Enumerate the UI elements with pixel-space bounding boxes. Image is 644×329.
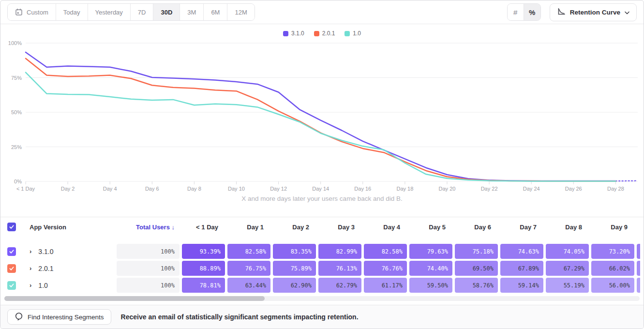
range-button-3m[interactable]: 3M	[180, 4, 204, 20]
chart-type-dropdown[interactable]: Retention Curve	[550, 3, 637, 21]
chart-canvas[interactable]: 0%25%50%75%100%< 1 DayDay 2Day 4Day 6Day…	[0, 24, 644, 194]
retention-cell[interactable]: 73.20%	[591, 244, 634, 259]
retention-cell[interactable]: 59.50%	[409, 278, 452, 293]
retention-report: CustomTodayYesterday7D30D3M6M12M #% Rete…	[0, 0, 644, 329]
retention-chart: 0%25%50%75%100%< 1 DayDay 2Day 4Day 6Day…	[0, 24, 644, 194]
toolbar-right: #% Retention Curve	[507, 3, 637, 21]
row-checkbox[interactable]	[7, 247, 16, 256]
retention-cell-clipped[interactable]	[637, 278, 640, 293]
horizontal-scrollbar-track[interactable]	[4, 296, 640, 301]
legend-label: 1.0	[353, 30, 361, 37]
svg-text:Day 20: Day 20	[439, 186, 456, 192]
version-cell: ›2.0.1	[30, 265, 117, 272]
retention-cell[interactable]: 67.29%	[546, 261, 589, 276]
day-header: Day 3	[316, 224, 359, 231]
legend-swatch	[283, 31, 288, 36]
find-interesting-segments-button[interactable]: Find Interesting Segments	[7, 309, 111, 325]
expand-chevron-icon[interactable]: ›	[30, 248, 31, 254]
legend-swatch	[344, 31, 350, 36]
svg-text:Day 14: Day 14	[312, 186, 329, 192]
svg-text:Day 6: Day 6	[145, 186, 159, 192]
total-users-cell: 100%	[117, 244, 180, 259]
legend-item-1.0[interactable]: 1.0	[344, 30, 361, 37]
retention-cell[interactable]: 82.58%	[364, 244, 407, 259]
retention-cell[interactable]: 75.18%	[455, 244, 498, 259]
table-header-row: App Version Total Users ↓ < 1 DayDay 1Da…	[0, 217, 644, 237]
retention-curve-icon	[557, 7, 566, 17]
retention-cell[interactable]: 62.90%	[273, 278, 316, 293]
select-all-cell	[0, 223, 30, 231]
svg-text:Day 24: Day 24	[523, 186, 540, 192]
retention-cell[interactable]: 66.02%	[591, 261, 634, 276]
total-users-header[interactable]: Total Users ↓	[117, 224, 180, 231]
svg-text:Day 26: Day 26	[565, 186, 582, 192]
legend-item-3.1.0[interactable]: 3.1.0	[283, 30, 304, 37]
day-header: < 1 Day	[180, 224, 223, 231]
retention-cell[interactable]: 82.99%	[318, 244, 361, 259]
percent-mode-button[interactable]: %	[524, 4, 540, 20]
row-checkbox[interactable]	[7, 281, 16, 290]
day-headers: < 1 DayDay 1Day 2Day 3Day 4Day 5Day 6Day…	[180, 224, 634, 231]
retention-cell[interactable]: 79.63%	[409, 244, 452, 259]
legend-label: 3.1.0	[291, 30, 304, 37]
retention-cell[interactable]: 67.89%	[500, 261, 543, 276]
legend-label: 2.0.1	[322, 30, 335, 37]
expand-chevron-icon[interactable]: ›	[30, 265, 31, 271]
total-users-cell: 100%	[117, 261, 180, 276]
svg-text:Day 10: Day 10	[228, 186, 245, 192]
range-button-7d[interactable]: 7D	[131, 4, 154, 20]
day-header: Day 9	[589, 224, 632, 231]
expand-chevron-icon[interactable]: ›	[30, 282, 31, 288]
retention-cell[interactable]: 88.89%	[182, 261, 225, 276]
svg-text:Day 2: Day 2	[61, 186, 75, 192]
chart-legend: 3.1.02.0.11.0	[0, 30, 644, 37]
retention-cell[interactable]: 56.00%	[591, 278, 634, 293]
svg-text:< 1 Day: < 1 Day	[16, 186, 35, 192]
retention-cell[interactable]: 59.14%	[500, 278, 543, 293]
value-mode-toggle: #%	[507, 3, 541, 21]
retention-cell[interactable]: 61.17%	[364, 278, 407, 293]
calendar-icon	[15, 8, 23, 16]
retention-cell[interactable]: 93.39%	[182, 244, 225, 259]
row-checkbox[interactable]	[7, 264, 16, 273]
retention-cell[interactable]: 74.40%	[409, 261, 452, 276]
version-header: App Version	[30, 224, 66, 231]
range-button-30d[interactable]: 30D	[153, 4, 180, 20]
range-button-today[interactable]: Today	[56, 4, 88, 20]
retention-cell[interactable]: 62.79%	[318, 278, 361, 293]
footer-bar: Find Interesting Segments Receive an ema…	[0, 305, 644, 329]
select-all-checkbox[interactable]	[7, 223, 16, 231]
table-row-1.0: ›1.0100%78.81%63.44%62.90%62.79%61.17%59…	[0, 278, 644, 293]
retention-cell[interactable]: 74.05%	[546, 244, 589, 259]
toolbar: CustomTodayYesterday7D30D3M6M12M #% Rete…	[0, 0, 644, 24]
retention-cell-clipped[interactable]	[637, 261, 640, 276]
version-label: 1.0	[38, 282, 47, 289]
retention-cell[interactable]: 76.13%	[318, 261, 361, 276]
retention-table: App Version Total Users ↓ < 1 DayDay 1Da…	[0, 217, 644, 305]
retention-cell[interactable]: 76.76%	[364, 261, 407, 276]
retention-cell[interactable]: 58.76%	[455, 278, 498, 293]
retention-cell[interactable]: 69.50%	[455, 261, 498, 276]
retention-cell[interactable]: 82.58%	[227, 244, 270, 259]
retention-cell[interactable]: 78.81%	[182, 278, 225, 293]
range-button-yesterday[interactable]: Yesterday	[88, 4, 131, 20]
svg-text:Day 18: Day 18	[396, 186, 413, 192]
retention-cell-clipped[interactable]	[637, 244, 640, 259]
range-button-12m[interactable]: 12M	[227, 4, 254, 20]
range-button-custom[interactable]: Custom	[8, 4, 56, 20]
absolute-mode-button[interactable]: #	[508, 4, 524, 20]
horizontal-scrollbar-thumb[interactable]	[4, 296, 265, 301]
retention-cell[interactable]: 76.75%	[227, 261, 270, 276]
svg-text:Day 16: Day 16	[354, 186, 371, 192]
retention-cell[interactable]: 63.44%	[227, 278, 270, 293]
day-header: Day 7	[498, 224, 541, 231]
day-header: Day 4	[361, 224, 404, 231]
retention-cell[interactable]: 75.89%	[273, 261, 316, 276]
retention-cell[interactable]: 55.19%	[546, 278, 589, 293]
version-cell: ›1.0	[30, 282, 117, 289]
range-button-6m[interactable]: 6M	[204, 4, 227, 20]
retention-cell[interactable]: 83.35%	[273, 244, 316, 259]
legend-item-2.0.1[interactable]: 2.0.1	[314, 30, 335, 37]
retention-cell[interactable]: 74.63%	[500, 244, 543, 259]
day-header: Day 1	[225, 224, 268, 231]
